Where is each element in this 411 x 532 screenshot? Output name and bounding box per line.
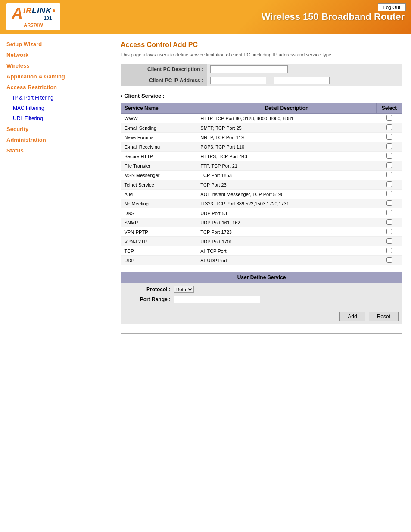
sidebar-item-network[interactable]: Network <box>0 50 112 60</box>
table-row: MSN MessengerTCP Port 1863 <box>121 171 402 180</box>
port-range-label: Port Range : <box>128 296 171 302</box>
service-checkbox[interactable] <box>386 257 392 263</box>
sidebar-item-setup-wizard[interactable]: Setup Wizard <box>0 39 112 50</box>
detail-desc-cell: AOL Instant Messenger, TCP Port 5190 <box>197 190 376 199</box>
protocol-select[interactable]: BothTCPUDP <box>174 286 194 293</box>
detail-desc-cell: POP3, TCP Port 110 <box>197 142 376 152</box>
service-name-cell: News Forums <box>121 133 197 142</box>
select-cell <box>377 237 402 246</box>
sidebar-item-wireless[interactable]: Wireless <box>0 60 112 71</box>
user-define-section: User Define Service Protocol : BothTCPUD… <box>121 272 402 324</box>
select-cell <box>377 114 402 123</box>
service-name-cell: E-mail Receiving <box>121 142 197 152</box>
select-cell <box>377 208 402 218</box>
client-pc-ip-input-1[interactable] <box>210 77 266 84</box>
col-select: Select <box>377 103 402 114</box>
table-row: VPN-L2TPUDP Port 1701 <box>121 237 402 246</box>
client-service-title: • Client Service : <box>121 93 402 99</box>
service-name-cell: AIM <box>121 190 197 199</box>
sidebar-item-access-restriction[interactable]: Access Restriction <box>0 82 112 93</box>
sidebar-item-security[interactable]: Security <box>0 124 112 134</box>
table-row: AIMAOL Instant Messenger, TCP Port 5190 <box>121 190 402 199</box>
service-checkbox[interactable] <box>386 153 392 159</box>
page-title: Access Control Add PC <box>121 41 402 49</box>
table-row: E-mail ReceivingPOP3, TCP Port 110 <box>121 142 402 152</box>
select-cell <box>377 227 402 237</box>
service-checkbox[interactable] <box>386 200 392 206</box>
sidebar-item-administration[interactable]: Administration <box>0 134 112 145</box>
table-row: Secure HTTPHTTPS, TCP Port 443 <box>121 152 402 161</box>
select-cell <box>377 142 402 152</box>
logout-button[interactable]: Log Out <box>378 3 406 11</box>
table-row: NetMeetingH.323, TCP Port 389,522,1503,1… <box>121 199 402 208</box>
select-cell <box>377 123 402 133</box>
table-row: Telnet ServiceTCP Port 23 <box>121 180 402 190</box>
service-name-cell: File Transfer <box>121 161 197 171</box>
service-checkbox[interactable] <box>386 143 392 149</box>
service-checkbox[interactable] <box>386 191 392 196</box>
detail-desc-cell: H.323, TCP Port 389,522,1503,1720,1731 <box>197 199 376 208</box>
service-name-cell: Secure HTTP <box>121 152 197 161</box>
select-cell <box>377 246 402 256</box>
service-name-cell: TCP <box>121 246 197 256</box>
service-checkbox[interactable] <box>386 124 392 130</box>
port-range-input[interactable] <box>174 296 260 303</box>
service-name-cell: NetMeeting <box>121 199 197 208</box>
sidebar-item-url-filtering[interactable]: URL Filtering <box>0 113 112 124</box>
service-checkbox[interactable] <box>386 134 392 140</box>
table-row: News ForumsNNTP, TCP Port 119 <box>121 133 402 142</box>
main-content: Access Control Add PC This page allows u… <box>112 34 411 340</box>
service-name-cell: Telnet Service <box>121 180 197 190</box>
detail-desc-cell: TCP Port 23 <box>197 180 376 190</box>
add-button[interactable]: Add <box>339 312 365 321</box>
table-row: VPN-PPTPTCP Port 1723 <box>121 227 402 237</box>
service-checkbox[interactable] <box>386 172 392 177</box>
detail-desc-cell: HTTPS, TCP Port 443 <box>197 152 376 161</box>
router-title: Wireless 150 Broadband Router <box>262 11 405 22</box>
model-label: AR570W <box>12 22 55 28</box>
client-pc-desc-input[interactable] <box>210 65 288 73</box>
service-checkbox[interactable] <box>386 229 392 234</box>
sidebar-item-mac-filtering[interactable]: MAC Filtering <box>0 103 112 113</box>
service-name-cell: E-mail Sending <box>121 123 197 133</box>
table-row: E-mail SendingSMTP, TCP Port 25 <box>121 123 402 133</box>
detail-desc-cell: SMTP, TCP Port 25 <box>197 123 376 133</box>
service-checkbox[interactable] <box>386 219 392 225</box>
table-row: DNSUDP Port 53 <box>121 208 402 218</box>
reset-button[interactable]: Reset <box>369 312 399 321</box>
select-cell <box>377 218 402 227</box>
user-define-header: User Define Service <box>121 272 402 283</box>
service-checkbox[interactable] <box>386 210 392 215</box>
select-cell <box>377 161 402 171</box>
service-checkbox[interactable] <box>386 181 392 187</box>
service-checkbox[interactable] <box>386 115 392 121</box>
detail-desc-cell: HTTP, TCP Port 80, 3128, 8000, 8080, 808… <box>197 114 376 123</box>
select-cell <box>377 190 402 199</box>
service-name-cell: VPN-PPTP <box>121 227 197 237</box>
select-cell <box>377 180 402 190</box>
select-cell <box>377 171 402 180</box>
client-pc-desc-label: Client PC Description : <box>121 64 207 75</box>
detail-desc-cell: TCP Port 1863 <box>197 171 376 180</box>
sidebar-item-ip-port-filtering[interactable]: IP & Port Filtering <box>0 93 112 103</box>
service-checkbox[interactable] <box>386 238 392 244</box>
sidebar-item-status[interactable]: Status <box>0 145 112 156</box>
service-checkbox[interactable] <box>386 162 392 168</box>
detail-desc-cell: UDP Port 1701 <box>197 237 376 246</box>
sidebar-item-app-gaming[interactable]: Application & Gaming <box>0 71 112 82</box>
service-checkbox[interactable] <box>386 248 392 253</box>
table-row: SNMPUDP Port 161, 162 <box>121 218 402 227</box>
detail-desc-cell: TCP Port 1723 <box>197 227 376 237</box>
detail-desc-cell: FTP, TCP Port 21 <box>197 161 376 171</box>
detail-desc-cell: All TCP Port <box>197 246 376 256</box>
detail-desc-cell: NNTP, TCP Port 119 <box>197 133 376 142</box>
protocol-label: Protocol : <box>128 286 171 292</box>
service-name-cell: VPN-L2TP <box>121 237 197 246</box>
service-name-cell: UDP <box>121 256 197 265</box>
page-description: This page allows users to define service… <box>121 52 402 57</box>
client-pc-ip-input-2[interactable] <box>274 77 330 84</box>
select-cell <box>377 152 402 161</box>
sidebar: Setup Wizard Network Wireless Applicatio… <box>0 34 112 340</box>
table-row: TCPAll TCP Port <box>121 246 402 256</box>
detail-desc-cell: UDP Port 161, 162 <box>197 218 376 227</box>
